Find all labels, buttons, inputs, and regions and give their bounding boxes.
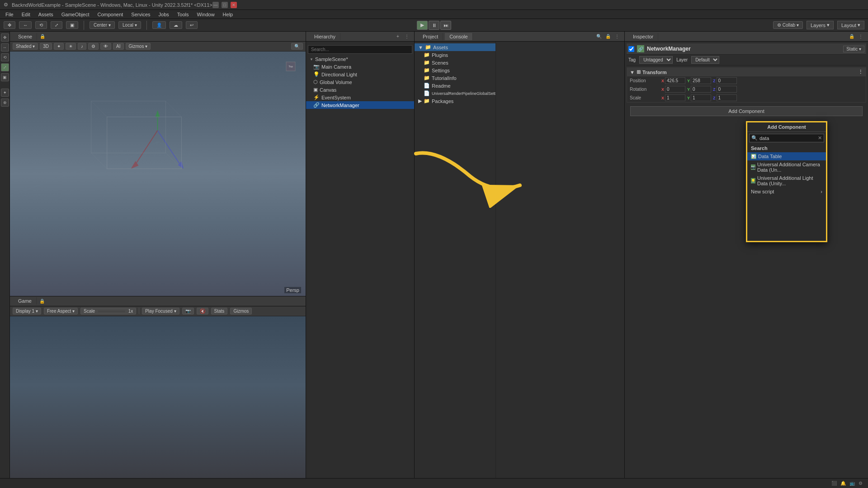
acd-item-data-table[interactable]: 📊 Data Table [747, 152, 826, 160]
search-btn[interactable]: 🔍 [291, 43, 303, 50]
scene-viewport[interactable]: Top Persp [10, 52, 306, 296]
statusbar-icon-4[interactable]: ⚙ [859, 481, 863, 486]
hier-main-camera[interactable]: 📷 Main Camera [306, 63, 414, 70]
acd-item-light-data[interactable]: 💡 Universal Additional Light Data (Unity… [747, 174, 826, 188]
pos-z-input[interactable] [717, 77, 737, 84]
scene-lock-icon[interactable]: 🔒 [39, 33, 46, 40]
layers-btn[interactable]: Layers ▾ [807, 21, 834, 29]
hier-add-icon[interactable]: + [394, 33, 401, 40]
project-tab[interactable]: Project [418, 33, 443, 40]
center-pivot-btn[interactable]: Center ▾ [90, 21, 115, 29]
collab-btn[interactable]: ⚙ Collab ▾ [773, 21, 803, 29]
proj-search-icon[interactable]: 🔍 [595, 33, 603, 40]
minimize-btn[interactable]: — [212, 2, 219, 8]
console-tab[interactable]: Console [445, 33, 472, 40]
static-badge[interactable]: Static ▾ [843, 46, 864, 52]
move-tool[interactable]: ↔ [19, 21, 32, 29]
menu-jobs[interactable]: Jobs [155, 11, 173, 18]
audio-toggle[interactable]: ♪ [78, 43, 86, 50]
acd-item-camera-data[interactable]: 📷 Universal Additional Camera Data (Un..… [747, 160, 826, 174]
cloud-btn[interactable]: ☁ [170, 21, 182, 29]
light-toggle[interactable]: ☀ [66, 43, 76, 50]
proj-tutorialinfo[interactable]: 📁 TutorialInfo [415, 74, 495, 82]
play-focused-btn[interactable]: Play Focused ▾ [142, 308, 179, 314]
scale-tool[interactable]: ⤢ [51, 21, 62, 29]
step-btn[interactable]: ⏭ [440, 21, 451, 30]
proj-menu-icon[interactable]: ⋮ [613, 33, 621, 40]
hier-eventsystem[interactable]: ⚡ EventSystem [306, 94, 414, 101]
aspect-btn[interactable]: Free Aspect ▾ [44, 308, 78, 314]
gizmos-btn[interactable]: Gizmos ▾ [126, 43, 151, 50]
proj-scenes[interactable]: 📁 Scenes [415, 59, 495, 66]
hier-tab[interactable]: Hierarchy [310, 33, 340, 40]
game-tab[interactable]: Game [14, 297, 37, 305]
proj-urp[interactable]: 📄 UniversalRenderPipelineGlobalSettings [415, 89, 495, 97]
scene-tab[interactable]: Scene [14, 33, 37, 40]
menu-assets[interactable]: Assets [35, 11, 57, 18]
menu-tools[interactable]: Tools [174, 11, 193, 18]
transform-mode-3[interactable]: ⟲ [1, 53, 9, 61]
insp-lock-icon[interactable]: 🔒 [848, 33, 855, 40]
hand-tool[interactable]: ✥ [4, 21, 15, 29]
transform-mode-5[interactable]: ▣ [1, 73, 9, 81]
layout-btn[interactable]: Layout ▾ [837, 21, 864, 29]
menu-edit[interactable]: Edit [18, 11, 34, 18]
hier-menu-icon[interactable]: ⋮ [403, 33, 410, 40]
statusbar-icon-3[interactable]: 📺 [849, 481, 855, 486]
rot-x-input[interactable] [665, 86, 685, 93]
transform-mode-2[interactable]: ↔ [1, 43, 9, 52]
rect-tool[interactable]: ▣ [66, 21, 78, 29]
undo-btn[interactable]: ↩ [186, 21, 198, 29]
rot-z-input[interactable] [717, 86, 737, 93]
lt-mode-7[interactable]: ⊕ [1, 99, 9, 107]
3d-2d-btn[interactable]: 3D [40, 43, 52, 50]
statusbar-icon-1[interactable]: ⬛ [831, 481, 837, 486]
proj-readme[interactable]: 📄 Readme [415, 82, 495, 89]
hier-global-volume[interactable]: ⬡ Global Volume [306, 78, 414, 86]
fx-btn[interactable]: ✦ [54, 43, 64, 50]
game-lock-icon[interactable]: 🔒 [38, 297, 46, 305]
shaded-btn[interactable]: Shaded ▾ [13, 43, 38, 50]
gizmos-game-btn[interactable]: Gizmos [230, 308, 252, 314]
menu-component[interactable]: Component [94, 11, 127, 18]
tag-dropdown[interactable]: Untagged [639, 56, 673, 64]
proj-plugins[interactable]: 📁 Plugins [415, 51, 495, 59]
acd-search-input[interactable] [760, 136, 816, 141]
hier-directional-light[interactable]: 💡 Directional Light [306, 70, 414, 78]
proj-lock-icon[interactable]: 🔒 [604, 33, 612, 40]
transform-menu-icon[interactable]: ⋮ [858, 69, 863, 75]
maximize-btn[interactable]: □ [222, 2, 228, 8]
local-global-btn[interactable]: Local ▾ [118, 21, 141, 29]
menu-window[interactable]: Window [193, 11, 218, 18]
play-btn[interactable]: ▶ [417, 21, 428, 30]
statusbar-icon-2[interactable]: 🔔 [840, 481, 846, 486]
transform-header[interactable]: ▼ ⊞ Transform ⋮ [627, 68, 866, 76]
acd-clear-icon[interactable]: ✕ [818, 135, 822, 141]
hier-canvas[interactable]: ▣ Canvas [306, 86, 414, 94]
display-btn[interactable]: Display 1 ▾ [13, 308, 41, 314]
hier-network-manager[interactable]: 🔗 NetworkManager [306, 101, 414, 109]
rotate-tool[interactable]: ⟲ [35, 21, 47, 29]
hierarchy-search[interactable] [308, 45, 412, 54]
scale-x-input[interactable] [665, 94, 685, 101]
menu-file[interactable]: File [2, 11, 17, 18]
scale-z-input[interactable] [717, 94, 737, 101]
scale-slider[interactable] [98, 310, 125, 312]
gizmo-cube[interactable]: Top [279, 55, 302, 78]
proj-packages[interactable]: ▶ 📁 Packages [415, 97, 495, 105]
pause-btn[interactable]: ⏸ [429, 21, 439, 30]
scale-btn[interactable]: Scale 1x [80, 308, 136, 314]
proj-settings[interactable]: 📁 Settings [415, 66, 495, 74]
screenshot-btn[interactable]: 📷 [182, 308, 194, 314]
transform-mode-1[interactable]: ✥ [1, 33, 9, 42]
lt-mode-6[interactable]: ✦ [1, 89, 9, 97]
inspector-tab[interactable]: Inspector [628, 33, 658, 40]
menu-gameobject[interactable]: GameObject [58, 11, 93, 18]
ai-nav-btn[interactable]: AI [113, 43, 123, 50]
close-btn[interactable]: ✕ [231, 2, 237, 8]
menu-help[interactable]: Help [219, 11, 237, 18]
rot-y-input[interactable] [691, 86, 711, 93]
scale-y-input[interactable] [691, 94, 711, 101]
stats-btn[interactable]: Stats [211, 308, 228, 314]
account-btn[interactable]: 👤 [152, 21, 166, 29]
